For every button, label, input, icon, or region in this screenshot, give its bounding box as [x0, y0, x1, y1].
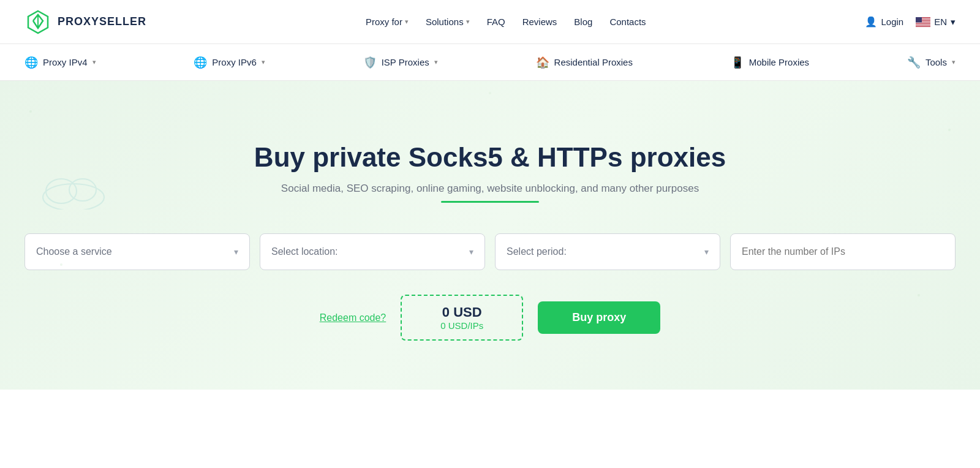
nav-faq[interactable]: FAQ — [487, 17, 505, 27]
nav-solutions[interactable]: Solutions ▾ — [426, 17, 470, 27]
svg-point-13 — [29, 110, 32, 113]
buy-proxy-button[interactable]: Buy proxy — [538, 301, 660, 334]
chevron-down-icon: ▾ — [434, 58, 438, 66]
redeem-code-link[interactable]: Redeem code? — [320, 312, 386, 323]
person-icon: 👤 — [865, 16, 877, 28]
bottom-row: Redeem code? 0 USD 0 USD/IPs Buy proxy — [320, 295, 661, 341]
language-selector[interactable]: EN ▾ — [916, 17, 956, 28]
total-price: 0 USD — [426, 304, 497, 320]
hero-underline — [441, 201, 539, 203]
chevron-down-icon: ▾ — [234, 247, 238, 257]
chevron-down-icon: ▾ — [92, 58, 96, 66]
home-icon: 🏠 — [536, 56, 549, 69]
svg-rect-6 — [916, 22, 930, 23]
flag-icon — [916, 17, 930, 27]
period-select[interactable]: Select period: ▾ — [495, 233, 720, 270]
nav-reviews[interactable]: Reviews — [522, 17, 557, 27]
ip-count-input[interactable] — [730, 233, 956, 270]
tools-icon: 🔧 — [907, 56, 921, 69]
shield-icon: 🛡️ — [363, 56, 377, 69]
top-navigation: PROXYSELLER Proxy for ▾ Solutions ▾ FAQ … — [0, 0, 980, 44]
price-box: 0 USD 0 USD/IPs — [401, 295, 523, 341]
nav-contacts[interactable]: Contacts — [609, 17, 646, 27]
secondary-navigation: 🌐 Proxy IPv4 ▾ 🌐 Proxy IPv6 ▾ 🛡️ ISP Pro… — [0, 44, 980, 81]
per-ip-price: 0 USD/IPs — [426, 320, 497, 331]
nav-proxy-ipv4[interactable]: 🌐 Proxy IPv4 ▾ — [24, 56, 96, 69]
globe-icon: 🌐 — [194, 56, 207, 69]
login-button[interactable]: 👤 Login — [865, 16, 903, 28]
logo-area[interactable]: PROXYSELLER — [24, 9, 146, 36]
nav-residential-proxies[interactable]: 🏠 Residential Proxies — [536, 56, 633, 69]
chevron-down-icon: ▾ — [469, 247, 473, 257]
chevron-down-icon: ▾ — [405, 18, 409, 26]
svg-point-10 — [43, 184, 104, 209]
service-select[interactable]: Choose a service ▾ — [24, 233, 250, 270]
chevron-down-icon: ▾ — [262, 58, 265, 66]
nav-proxy-ipv6[interactable]: 🌐 Proxy IPv6 ▾ — [194, 56, 265, 69]
svg-point-14 — [948, 129, 951, 131]
hero-section: Buy private Socks5 & HTTPs proxies Socia… — [0, 81, 980, 390]
nav-right: 👤 Login EN ▾ — [865, 16, 956, 28]
hero-subtitle: Social media, SEO scraping, online gamin… — [281, 183, 699, 195]
nav-mobile-proxies[interactable]: 📱 Mobile Proxies — [731, 56, 809, 69]
globe-icon: 🌐 — [24, 56, 38, 69]
cloud-decoration — [37, 167, 110, 212]
nav-proxy-for[interactable]: Proxy for ▾ — [366, 17, 409, 27]
chevron-down-icon: ▾ — [952, 58, 956, 66]
mobile-icon: 📱 — [731, 56, 744, 69]
nav-isp-proxies[interactable]: 🛡️ ISP Proxies ▾ — [363, 56, 438, 69]
chevron-down-icon: ▾ — [704, 247, 709, 257]
svg-rect-8 — [916, 25, 930, 26]
svg-point-17 — [489, 92, 491, 94]
brand-name: PROXYSELLER — [58, 15, 146, 28]
svg-rect-7 — [916, 24, 930, 25]
chevron-down-icon: ▾ — [466, 18, 470, 26]
hero-title: Buy private Socks5 & HTTPs proxies — [254, 142, 726, 173]
svg-point-16 — [918, 294, 920, 296]
svg-point-12 — [69, 179, 96, 201]
svg-rect-9 — [916, 17, 922, 23]
nav-blog[interactable]: Blog — [574, 17, 592, 27]
location-select[interactable]: Select location: ▾ — [260, 233, 485, 270]
form-row: Choose a service ▾ Select location: ▾ Se… — [24, 233, 956, 270]
chevron-down-icon: ▾ — [951, 17, 956, 28]
logo-icon — [24, 9, 51, 36]
nav-tools[interactable]: 🔧 Tools ▾ — [907, 56, 956, 69]
nav-links: Proxy for ▾ Solutions ▾ FAQ Reviews Blog… — [366, 17, 646, 27]
